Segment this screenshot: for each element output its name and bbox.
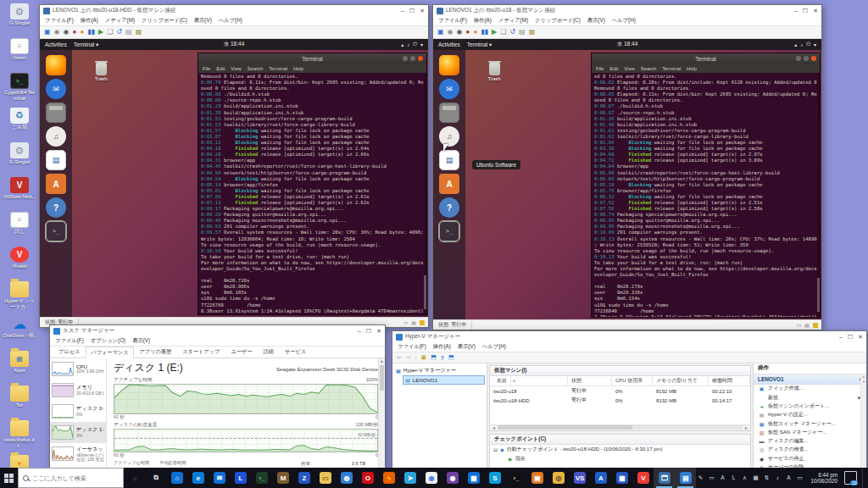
action-center-icon[interactable]: 22 [844, 471, 857, 485]
toolbar-button[interactable]: ▤ [519, 29, 526, 36]
trash-desktop-icon[interactable]: Trash [477, 63, 511, 82]
action-item[interactable]: ▥ 仮想 SAN マネージャー... [754, 428, 866, 436]
taskbar-icon[interactable]: S [484, 468, 505, 488]
taskbar-icon[interactable]: Z [293, 468, 314, 488]
tray-icon[interactable]: A [718, 474, 726, 481]
maximize-icon[interactable]: ☐ [803, 8, 808, 14]
terminal-output-right[interactable]: ed 0 files and 0 directories.0:00.82 Ela… [592, 73, 820, 317]
taskmgr-titlebar[interactable]: タスク マネージャー –☐✕ [50, 325, 385, 336]
toolbar-button[interactable]: ▣ [44, 29, 51, 36]
console-icon[interactable]: ⬒ [431, 354, 437, 361]
taskmgr-tab[interactable]: スタートアップ [177, 346, 225, 358]
activities-button[interactable]: Activities [45, 42, 67, 47]
dock-icon[interactable] [46, 197, 66, 218]
desktop-icon[interactable]: www.firefox.dl.. [2, 419, 37, 453]
col-mem[interactable]: メモリの割り当て [653, 376, 709, 385]
taskmgr-tab[interactable]: アプリの履歴 [135, 346, 177, 358]
menu-item[interactable]: ヘルプ(H) [219, 17, 242, 25]
taskbar-icon[interactable]: ✉ [209, 468, 230, 488]
desktop-icon[interactable]: Cygwin64 Terminal [2, 71, 37, 106]
toolbar-button[interactable]: ▶ [492, 29, 497, 36]
menu-item[interactable]: オプション(O) [91, 337, 125, 345]
dock-icon[interactable] [439, 103, 459, 123]
toolbar-button[interactable]: ▣ [437, 29, 444, 36]
taskbar-icon[interactable]: ›_ [505, 468, 526, 488]
tray-icon[interactable]: ♪ [773, 474, 782, 481]
taskbar-icon[interactable]: ◉ [420, 468, 442, 488]
maximize-icon[interactable]: ☐ [409, 8, 415, 14]
maximize-icon[interactable] [410, 56, 415, 61]
taskbar-icon[interactable]: ◌ [124, 468, 145, 488]
desktop-icon[interactable]: 試し [2, 210, 37, 245]
sidebar-performance-item[interactable]: メモリ 20.4/23.8 GB (86%) [50, 380, 106, 401]
dock-icon[interactable] [46, 174, 66, 194]
menu-item[interactable]: 表示(V) [194, 17, 212, 25]
menu-item[interactable]: メディア(M) [498, 17, 528, 25]
terminal-output-left[interactable]: Removed 0 files and 0 directories.0:00.7… [198, 73, 426, 314]
menu-item[interactable]: 操作(A) [433, 343, 451, 351]
sidebar-performance-item[interactable]: イーサネット vEthernet (ブリッジ) 送信: 136 受信: 16.0 [50, 443, 106, 464]
show-desktop-button[interactable] [862, 468, 865, 488]
terminal-titlebar[interactable]: Terminal [198, 53, 426, 64]
dock-icon[interactable] [46, 126, 66, 147]
toolbar-button[interactable]: ◉ [448, 29, 453, 36]
menu-item[interactable]: クリップボード(C) [535, 17, 581, 25]
taskmgr-tab[interactable]: サービス [280, 346, 311, 358]
actions-host-header[interactable]: LENOVO1▴ [754, 374, 866, 385]
vm-right-titlebar[interactable]: LENOVO1 上の itsv20-u18 - 仮想マシン接続 –☐✕ [433, 5, 821, 16]
tray-icon[interactable]: ▭ [795, 474, 804, 481]
dock-icon[interactable] [439, 126, 459, 147]
dock-icon[interactable] [46, 221, 66, 241]
desktop-icon[interactable]: Apps [2, 349, 37, 384]
focused-app-menu[interactable]: Terminal ▾ [467, 42, 492, 48]
help-icon[interactable]: ? [441, 355, 444, 361]
maximize-icon[interactable]: ☐ [366, 328, 371, 335]
toolbar-button[interactable]: ↺ [116, 29, 122, 36]
sidebar-performance-item[interactable]: ディスク 0 (G: C:) 0% [50, 401, 106, 422]
toolbar-button[interactable]: ▶ [98, 29, 103, 36]
taskmgr-tab[interactable]: ユーザー [225, 346, 257, 358]
dock-icon[interactable] [46, 79, 66, 99]
close-icon[interactable]: ✕ [420, 8, 425, 14]
action-item[interactable]: ▦ 仮想スイッチ マネージャー... [754, 419, 866, 428]
toolbar-button[interactable]: ▮▮ [481, 29, 488, 36]
menu-item[interactable]: ファイル(F) [398, 343, 426, 351]
taskbar-icon[interactable]: ⌂ [166, 468, 187, 488]
menu-item[interactable]: ファイル(F) [438, 17, 467, 25]
vm-left-titlebar[interactable]: LENOVO1 上の itsv20-u18-HDD - 仮想マシン接続 –☐✕ [40, 5, 428, 16]
terminal-menu-item[interactable]: Edit [609, 66, 618, 71]
collapse-icon[interactable]: ⊟ [493, 446, 498, 452]
maximize-icon[interactable] [804, 56, 809, 61]
toolbar-button[interactable]: ▦ [136, 29, 142, 36]
forward-icon[interactable]: ⇨ [406, 354, 411, 361]
dock-icon[interactable] [439, 197, 459, 218]
close-icon[interactable] [418, 56, 423, 61]
desktop-icon[interactable]: Vivaldi [2, 245, 37, 280]
dock-icon[interactable] [439, 55, 459, 75]
snapin-icon[interactable]: ▣ [421, 354, 427, 361]
taskmgr-tab[interactable]: 詳細 [258, 346, 278, 358]
menu-item[interactable]: メディア(M) [105, 17, 135, 25]
tree-host-item[interactable]: ▤LENOVO1 [403, 375, 485, 385]
sidebar-performance-item[interactable]: CPU 10% 3.99 GHz [50, 358, 106, 380]
col-name[interactable]: 名前 ˄ [490, 376, 568, 385]
dock-icon[interactable] [46, 103, 66, 123]
menu-item[interactable]: クリップボード(C) [142, 17, 187, 25]
desktop-icon[interactable]: G-Singlel [2, 141, 37, 175]
minimize-icon[interactable] [403, 56, 408, 61]
tray-icon[interactable]: L [729, 474, 737, 481]
terminal-menu-item[interactable]: Help [687, 66, 697, 71]
start-button[interactable] [0, 468, 18, 488]
terminal-menu-item[interactable]: File [596, 66, 604, 71]
toolbar-button[interactable]: ◉ [457, 29, 463, 36]
close-icon[interactable]: ✕ [376, 328, 381, 335]
tray-icon[interactable]: ∧ [740, 474, 748, 481]
terminal-menu-item[interactable]: View [231, 66, 241, 71]
console2-icon[interactable]: ⬒ [448, 354, 454, 361]
desktop-icon[interactable]: Tor [2, 384, 37, 419]
menu-item[interactable]: ファイル(F) [45, 17, 74, 25]
taskbar-icon[interactable]: ▣ [526, 468, 548, 488]
action-item[interactable]: 新規 ▶ [754, 393, 866, 402]
taskbar-icon[interactable]: ◉ [442, 468, 463, 488]
dock-icon[interactable] [439, 79, 459, 99]
